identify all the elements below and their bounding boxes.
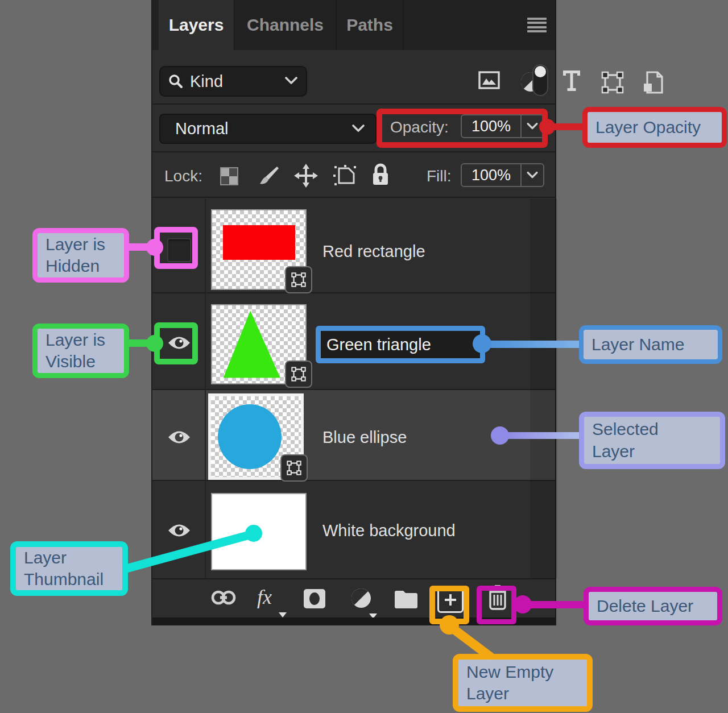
lock-transparent-pixels-icon[interactable] xyxy=(220,167,238,185)
chevron-down-icon xyxy=(351,124,365,133)
lock-all-icon[interactable] xyxy=(371,163,390,186)
shape-layer-badge-icon xyxy=(285,360,312,388)
tab-layers[interactable]: Layers xyxy=(159,0,234,50)
panel-toolbar: fx xyxy=(152,578,555,617)
fill-value: 100% xyxy=(462,167,520,184)
pixel-layers-filter-icon[interactable] xyxy=(478,71,500,89)
visibility-checkbox-hidden[interactable] xyxy=(167,238,191,262)
callout-selected-layer: Selected Layer xyxy=(579,412,725,469)
layers-panel: Layers Channels Paths Kind xyxy=(151,0,556,625)
new-group-folder-icon[interactable] xyxy=(394,589,419,608)
blend-mode-value: Normal xyxy=(175,119,228,138)
callout-layer-opacity: Layer Opacity xyxy=(582,107,727,148)
connector-dot-selected-layer xyxy=(491,426,509,445)
callout-layer-thumbnail: Layer Thumbnail xyxy=(10,541,128,596)
callout-delete-layer: Delete Layer xyxy=(584,587,722,625)
callout-new-empty-layer: New Empty Layer xyxy=(453,654,593,712)
annotated-screenshot: Layers Channels Paths Kind xyxy=(0,0,728,713)
layer-name[interactable]: Red rectangle xyxy=(322,242,425,261)
connector-line-layer-name xyxy=(482,341,580,348)
callout-layer-visible: Layer is Visible xyxy=(32,324,129,378)
callout-layer-hidden: Layer is Hidden xyxy=(32,228,129,283)
red-rectangle-shape xyxy=(223,225,295,260)
type-layers-filter-icon[interactable] xyxy=(561,69,582,92)
layer-row-red-rectangle[interactable]: Red rectangle xyxy=(152,199,555,293)
callout-text: New Empty Layer xyxy=(458,658,559,708)
connector-dot-layer-thumbnail xyxy=(245,525,262,542)
layer-name[interactable]: Blue ellipse xyxy=(322,428,407,447)
connector-line-selected-layer xyxy=(500,432,580,439)
lock-position-icon[interactable] xyxy=(294,164,318,188)
panel-tab-bar: Layers Channels Paths xyxy=(152,0,555,50)
layer-name[interactable]: White background xyxy=(322,521,456,540)
fx-dropdown-arrow-icon xyxy=(279,612,287,617)
scroll-gutter xyxy=(530,199,557,578)
smart-objects-filter-icon[interactable] xyxy=(643,71,664,94)
opacity-label: Opacity: xyxy=(390,118,449,136)
connector-dot-layer-visible xyxy=(146,335,163,352)
fill-label: Fill: xyxy=(427,167,452,185)
filter-kind-dropdown[interactable]: Kind xyxy=(159,66,307,97)
layer-styles-fx-icon[interactable]: fx xyxy=(257,585,272,609)
connector-dot-delete-layer xyxy=(514,595,532,613)
connector-dot-layer-hidden xyxy=(146,239,163,256)
filter-row: Kind xyxy=(152,50,555,105)
chevron-down-icon xyxy=(284,76,298,85)
toggle-knob xyxy=(535,66,546,77)
visibility-eye-icon[interactable] xyxy=(167,331,191,355)
callout-text: Layer is Visible xyxy=(38,326,111,376)
callout-text: Layer Name xyxy=(584,330,690,359)
callout-text: Layer Thumbnail xyxy=(16,544,109,594)
lock-row: Lock: Fill: 100% xyxy=(152,154,555,198)
opacity-value: 100% xyxy=(462,118,520,135)
callout-text: Layer is Hidden xyxy=(38,230,111,281)
callout-text: Delete Layer xyxy=(589,592,699,620)
layer-row-white-background[interactable]: White background xyxy=(152,481,555,578)
shape-layers-filter-icon[interactable] xyxy=(601,71,624,94)
layer-name-highlight-field[interactable]: Green triangle xyxy=(316,326,485,363)
layer-thumbnail[interactable] xyxy=(211,304,307,384)
lock-artboard-icon[interactable] xyxy=(333,165,357,186)
visibility-eye-icon[interactable] xyxy=(167,425,191,449)
delete-layer-trash-icon[interactable] xyxy=(487,585,508,610)
visibility-eye-icon[interactable] xyxy=(167,519,191,542)
layer-filtering-toggle[interactable] xyxy=(532,64,548,96)
blend-mode-dropdown[interactable]: Normal xyxy=(159,114,377,144)
connector-dot-new-empty-layer xyxy=(440,615,459,635)
shape-layer-badge-icon xyxy=(280,454,308,482)
blend-row: Normal Opacity: 100% xyxy=(152,106,555,152)
layer-list: Red rectangle xyxy=(152,199,555,578)
lock-label: Lock: xyxy=(164,167,202,185)
panel-menu-icon[interactable] xyxy=(527,18,547,32)
tab-paths[interactable]: Paths xyxy=(336,0,404,50)
new-adjustment-layer-icon[interactable] xyxy=(350,587,372,609)
callout-text: Selected Layer xyxy=(584,415,664,466)
fill-value-control[interactable]: 100% xyxy=(461,163,544,187)
layer-name: Green triangle xyxy=(321,335,431,354)
connector-dot-layer-opacity xyxy=(539,119,555,135)
lock-image-pixels-icon[interactable] xyxy=(258,165,280,186)
callout-layer-name: Layer Name xyxy=(579,325,722,364)
shape-layer-badge-icon xyxy=(285,266,312,293)
chevron-down-icon[interactable] xyxy=(520,164,543,186)
search-icon xyxy=(168,74,183,89)
link-layers-icon[interactable] xyxy=(211,589,236,606)
tab-channels[interactable]: Channels xyxy=(234,0,336,50)
new-layer-button[interactable] xyxy=(437,587,464,613)
connector-dot-layer-name xyxy=(473,334,491,353)
panel-bottom-edge xyxy=(152,617,555,625)
visibility-column xyxy=(152,390,206,480)
add-layer-mask-icon[interactable] xyxy=(303,588,326,609)
layer-thumbnail-selected[interactable] xyxy=(208,393,304,480)
callout-text: Layer Opacity xyxy=(588,113,706,142)
layer-thumbnail[interactable] xyxy=(211,209,307,290)
blue-ellipse-shape xyxy=(218,404,282,469)
filter-kind-label: Kind xyxy=(190,72,223,91)
opacity-value-control[interactable]: 100% xyxy=(461,114,544,138)
